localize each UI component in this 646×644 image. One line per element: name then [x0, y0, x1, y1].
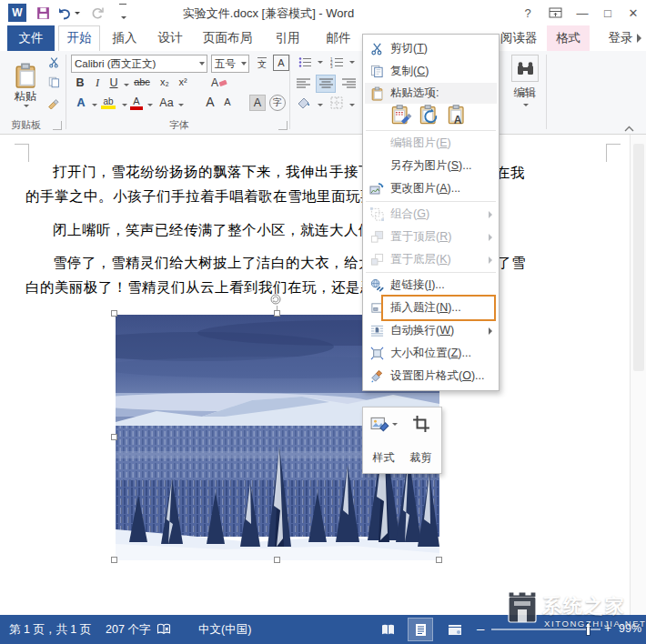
zoom-out-button[interactable]: –: [477, 620, 484, 636]
change-case-button[interactable]: Aa: [156, 96, 177, 109]
tab-references[interactable]: 引用: [266, 25, 309, 51]
document-area[interactable]: 打开门，雪花纷纷扬扬的飘落下来，我伸出手接下一朵雪花看看 在我 的手掌之中。小孩…: [0, 135, 646, 615]
align-left-button[interactable]: [294, 76, 312, 91]
tab-picture-format[interactable]: 格式: [547, 25, 590, 51]
menu-item-insert-caption[interactable]: 插入题注(N)...: [363, 297, 499, 319]
grow-font-button[interactable]: A: [202, 95, 218, 109]
character-shading-button[interactable]: A: [249, 95, 266, 111]
numbering-dropdown-icon[interactable]: [349, 61, 355, 64]
underline-dropdown-icon[interactable]: [124, 84, 129, 86]
bold-button[interactable]: B: [73, 76, 87, 89]
vertical-scrollbar[interactable]: [630, 135, 646, 615]
clear-formatting-button[interactable]: A: [209, 75, 229, 91]
resize-handle-top-left[interactable]: [111, 310, 117, 317]
font-color-dropdown-icon[interactable]: [147, 104, 153, 106]
edit-dropdown-icon[interactable]: [523, 104, 529, 106]
language-indicator[interactable]: 中文(中国): [198, 622, 251, 638]
tab-design[interactable]: 设计: [149, 25, 191, 51]
change-case-dropdown-icon[interactable]: [178, 104, 184, 106]
maximize-button[interactable]: □: [597, 2, 619, 24]
word-count[interactable]: 207 个字: [106, 622, 150, 638]
cut-icon: [363, 42, 390, 55]
resize-handle-mid-left[interactable]: [111, 434, 117, 440]
menu-item-change-picture[interactable]: 更改图片(A)...: [363, 177, 499, 200]
sign-in-link[interactable]: 登录: [604, 25, 637, 51]
paste-keep-text-only-button[interactable]: A: [447, 104, 469, 129]
menu-item-cut[interactable]: 剪切(T): [363, 37, 499, 60]
web-layout-button[interactable]: [442, 618, 468, 641]
enclose-characters-button[interactable]: 字: [269, 95, 286, 111]
tab-mailings[interactable]: 邮件: [317, 25, 360, 51]
menu-item-group: 组合(G): [363, 203, 499, 226]
phonetic-guide-button[interactable]: 文: [253, 55, 271, 73]
edit-group-button[interactable]: 编辑: [510, 86, 540, 101]
read-mode-button[interactable]: [375, 618, 400, 641]
copy-button[interactable]: [45, 75, 62, 89]
menu-item-copy[interactable]: 复制(C): [363, 60, 499, 83]
paste-keep-source-formatting-button[interactable]: [390, 104, 412, 129]
subscript-button[interactable]: x₂: [156, 76, 173, 87]
font-dialog-launcher-icon[interactable]: [278, 121, 288, 130]
highlight-dropdown-icon[interactable]: [122, 104, 127, 106]
paste-picture-button[interactable]: [419, 104, 440, 129]
tab-reader-fragment[interactable]: 阅读器: [500, 25, 542, 51]
eraser-icon: [218, 78, 227, 87]
tab-insert[interactable]: 插入: [104, 25, 146, 51]
crop-button[interactable]: 裁剪: [404, 412, 438, 468]
close-button[interactable]: ✕: [622, 2, 644, 24]
resize-handle-bottom-center[interactable]: [274, 557, 280, 563]
bullets-button[interactable]: [296, 55, 314, 69]
resize-handle-top-center[interactable]: [274, 310, 280, 317]
character-border-button[interactable]: A: [273, 55, 289, 71]
zoom-in-button[interactable]: +: [604, 620, 611, 635]
numbering-button[interactable]: 123: [328, 55, 346, 69]
zoom-slider[interactable]: [491, 629, 601, 630]
tab-file[interactable]: 文件: [7, 25, 55, 51]
page-indicator[interactable]: 第 1 页，共 1 页: [9, 622, 91, 638]
menu-item-hyperlink[interactable]: 超链接(I)...: [363, 274, 499, 297]
font-color-button[interactable]: A: [129, 95, 144, 111]
ribbon-display-options-button[interactable]: [544, 2, 566, 24]
shading-dropdown-icon[interactable]: [318, 104, 323, 106]
shrink-font-button[interactable]: A: [220, 96, 235, 107]
borders-dropdown-icon[interactable]: [349, 104, 355, 106]
sign-in-arrow-icon[interactable]: [637, 34, 641, 43]
font-name-combo[interactable]: Calibri (西文正文): [71, 55, 207, 73]
align-center-button[interactable]: [316, 75, 336, 93]
shading-button[interactable]: [294, 95, 314, 111]
clipboard-dialog-launcher-icon[interactable]: [53, 121, 62, 130]
align-right-button[interactable]: [339, 76, 358, 91]
bullets-dropdown-icon[interactable]: [318, 61, 323, 64]
paste-button[interactable]: 粘贴: [7, 55, 44, 115]
proofing-status-icon[interactable]: [156, 623, 172, 639]
collapse-ribbon-icon[interactable]: [624, 124, 634, 134]
font-size-combo[interactable]: 五号: [211, 55, 249, 73]
menu-item-format-picture[interactable]: 设置图片格式(O)...: [363, 365, 499, 387]
borders-button[interactable]: [328, 95, 346, 111]
tab-home[interactable]: 开始: [58, 25, 100, 51]
picture-style-button[interactable]: 样式: [367, 412, 400, 468]
text-effects-dropdown-icon[interactable]: [92, 104, 97, 106]
underline-button[interactable]: U: [107, 76, 120, 89]
resize-handle-bottom-left[interactable]: [111, 557, 117, 563]
zoom-slider-thumb[interactable]: [586, 623, 590, 636]
highlight-color-button[interactable]: ab: [98, 95, 118, 111]
zoom-percentage[interactable]: 99%: [619, 622, 641, 635]
help-button[interactable]: ?: [517, 2, 539, 24]
minimize-button[interactable]: —: [571, 2, 593, 24]
paste-options-row: A: [363, 104, 499, 129]
menu-item-size-and-position[interactable]: 大小和位置(Z)...: [363, 342, 499, 365]
menu-item-save-as-picture[interactable]: 另存为图片(S)...: [363, 155, 499, 177]
cut-button[interactable]: [45, 55, 62, 69]
strikethrough-button[interactable]: abc: [131, 76, 153, 87]
superscript-button[interactable]: x²: [175, 76, 191, 87]
format-painter-button[interactable]: [44, 95, 62, 111]
text-effects-button[interactable]: A: [73, 96, 89, 109]
tab-page-layout[interactable]: 页面布局: [195, 25, 260, 51]
italic-button[interactable]: I: [91, 76, 104, 90]
print-layout-button[interactable]: [408, 618, 433, 641]
menu-item-wrap-text[interactable]: 自动换行(W): [363, 319, 499, 342]
find-button[interactable]: [511, 55, 539, 82]
resize-handle-bottom-right[interactable]: [436, 557, 442, 563]
scrollbar-thumb[interactable]: [633, 144, 644, 371]
